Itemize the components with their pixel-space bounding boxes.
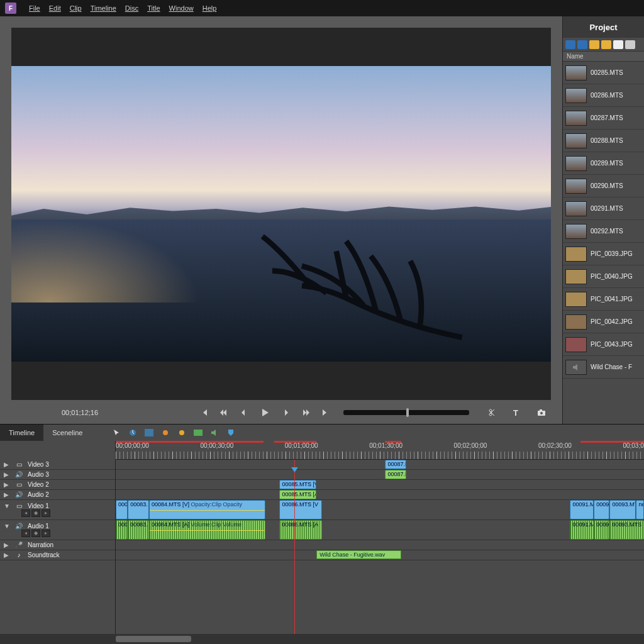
clip-video[interactable]: 00092. (594, 500, 609, 519)
asset-row[interactable]: PIC_0041.JPG (563, 288, 644, 311)
track-header-soundtrack[interactable]: ▶♪Soundtrack (0, 550, 115, 560)
tab-timeline[interactable]: Timeline (0, 425, 43, 441)
speaker-icon: 🔊 (14, 491, 24, 498)
asset-row[interactable]: 00285.MTS (563, 62, 644, 84)
asset-row[interactable]: PIC_0040.JPG (563, 265, 644, 288)
new-folder-icon[interactable] (601, 40, 611, 49)
preview-window[interactable] (11, 28, 551, 400)
clip-video[interactable]: 00091.MTS [V (570, 500, 594, 519)
clip-audio[interactable]: 00084.MTS [A] Volume:Clip Volume (149, 520, 265, 540)
smart-trim-icon[interactable] (176, 427, 187, 438)
clip-audio[interactable]: 00087.M (385, 470, 406, 479)
asset-row[interactable]: 00288.MTS (563, 130, 644, 152)
menu-window[interactable]: Window (169, 4, 194, 12)
fastfwd-button[interactable] (299, 406, 313, 419)
clip-video[interactable]: 00085.MTS [V (279, 480, 316, 489)
asset-name: PIC_0040.JPG (591, 273, 633, 280)
audio-tool-icon[interactable] (209, 427, 220, 438)
clip-audio[interactable]: 00083. (128, 520, 149, 540)
current-timecode: 00;01;12;16 (62, 409, 98, 416)
menu-title[interactable]: Title (147, 4, 160, 12)
asset-row[interactable]: 00287.MTS (563, 107, 644, 130)
menu-disc[interactable]: Disc (125, 4, 138, 12)
clip-video[interactable]: 00084.MTS [V] Opacity:Clip Opacity (149, 500, 265, 519)
menu-clip[interactable]: Clip (70, 4, 82, 12)
add-kf-icon[interactable]: ◆ (31, 530, 40, 537)
clip-audio[interactable]: 00091.MTS [A (570, 520, 594, 540)
track-header-audio3[interactable]: ▶🔊Audio 3 (0, 470, 115, 480)
marker-icon[interactable] (225, 427, 236, 438)
speaker-icon (565, 360, 587, 375)
track-header-audio1[interactable]: ▼🔊Audio 1◂◆▸ (0, 520, 115, 540)
asset-row[interactable]: 00286.MTS (563, 84, 644, 107)
marker-tool-icon[interactable] (160, 427, 171, 438)
clip-video[interactable]: ne (636, 500, 644, 519)
asset-row[interactable]: PIC_0042.JPG (563, 311, 644, 333)
clip-audio[interactable]: 00085.MTS [A (279, 490, 316, 499)
clip-video[interactable]: 00087.M (385, 460, 406, 469)
list-view-icon[interactable] (565, 40, 575, 49)
track-lanes[interactable]: 00087.M 00087.M 00085.MTS [V 00085.MTS [… (116, 460, 644, 634)
track-header-audio2[interactable]: ▶🔊Audio 2 (0, 490, 115, 500)
time-stretch-icon[interactable] (127, 427, 138, 438)
asset-name: 00289.MTS (591, 160, 623, 167)
rewind-button[interactable] (216, 406, 230, 419)
asset-row-sound[interactable]: Wild Chase - F (563, 356, 644, 379)
time-ruler[interactable]: 00;00;00;00 00;00;30;00 00;01;00;00 00;0… (116, 441, 644, 460)
clip-video[interactable]: 00093.MTS [V (609, 500, 636, 519)
shuttle-slider[interactable] (343, 410, 469, 415)
track-headers: ▶▭Video 3 ▶🔊Audio 3 ▶▭Video 2 ▶🔊Audio 2 … (0, 460, 116, 634)
grid-view-icon[interactable] (577, 40, 587, 49)
asset-row[interactable]: PIC_0039.JPG (563, 243, 644, 265)
clip-audio[interactable]: 00086.MTS [A (279, 520, 321, 540)
snapshot-icon[interactable] (535, 406, 548, 419)
clip-video[interactable]: 000 (116, 500, 128, 519)
goto-in-button[interactable] (197, 406, 211, 419)
properties-icon[interactable] (143, 427, 155, 438)
asset-row[interactable]: PIC_0043.JPG (563, 333, 644, 356)
render-bar-icon[interactable] (192, 427, 204, 438)
asset-name: Wild Chase - F (591, 364, 632, 370)
goto-out-button[interactable] (318, 406, 332, 419)
asset-thumb-icon (565, 65, 587, 80)
clip-video[interactable]: 00083. (128, 500, 149, 519)
play-button[interactable] (254, 406, 275, 419)
clip-audio[interactable]: 00093.MTS [A] (609, 520, 644, 540)
menu-file[interactable]: File (29, 4, 40, 12)
delete-icon[interactable] (625, 40, 635, 49)
asset-thumb-icon (565, 224, 587, 239)
project-column-name[interactable]: Name (563, 52, 644, 62)
tab-sceneline[interactable]: Sceneline (43, 425, 91, 441)
track-header-narration[interactable]: ▶🎤Narration (0, 540, 115, 550)
menu-help[interactable]: Help (203, 4, 217, 12)
svg-point-6 (179, 430, 184, 435)
asset-row[interactable]: 00289.MTS (563, 152, 644, 175)
menu-timeline[interactable]: Timeline (91, 4, 116, 12)
prev-kf-icon[interactable]: ◂ (21, 530, 30, 537)
asset-row[interactable]: 00290.MTS (563, 175, 644, 197)
step-fwd-button[interactable] (280, 406, 294, 419)
add-kf-icon[interactable]: ◆ (31, 509, 40, 517)
next-kf-icon[interactable]: ▸ (42, 509, 50, 517)
clip-audio[interactable]: 00092. (594, 520, 609, 540)
step-back-button[interactable] (235, 406, 249, 419)
clip-video[interactable]: 00086.MTS [V (279, 500, 321, 519)
prev-kf-icon[interactable]: ◂ (21, 509, 30, 517)
asset-thumb-icon (565, 156, 587, 171)
asset-row[interactable]: 00291.MTS (563, 197, 644, 220)
new-item-icon[interactable] (613, 40, 623, 49)
timeline-h-scrollbar[interactable] (0, 634, 644, 644)
track-header-video2[interactable]: ▶▭Video 2 (0, 480, 115, 490)
playhead[interactable] (294, 460, 295, 634)
next-kf-icon[interactable]: ▸ (42, 530, 50, 537)
selection-tool-icon[interactable] (111, 427, 122, 438)
split-clip-icon[interactable] (484, 406, 498, 419)
open-folder-icon[interactable] (589, 40, 599, 49)
track-header-video1[interactable]: ▼▭Video 1◂◆▸ (0, 500, 115, 520)
title-icon[interactable]: T (509, 406, 523, 419)
track-header-video3[interactable]: ▶▭Video 3 (0, 460, 115, 470)
clip-audio[interactable]: 000 (116, 520, 128, 540)
menu-edit[interactable]: Edit (49, 4, 61, 12)
asset-row[interactable]: 00292.MTS (563, 220, 644, 243)
clip-soundtrack[interactable]: Wild Chase - Fugitive.wav (316, 550, 401, 559)
